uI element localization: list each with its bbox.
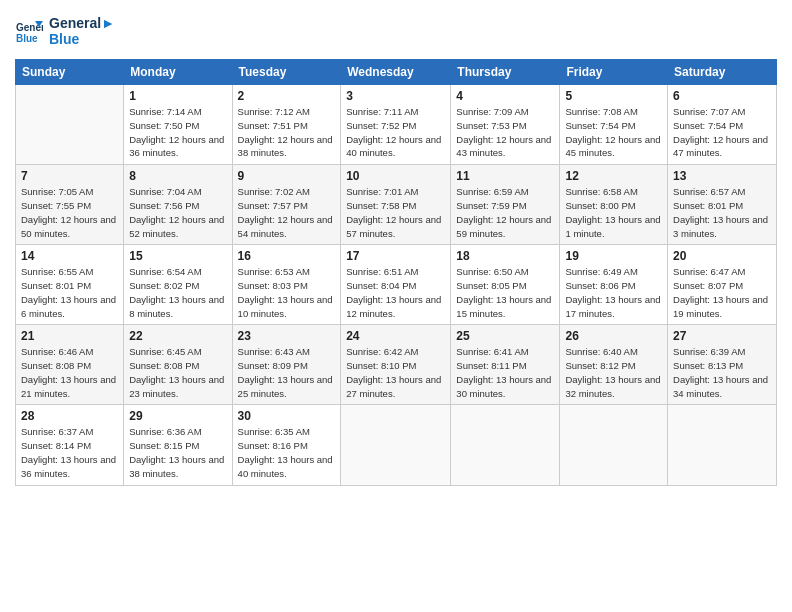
day-number: 22 — [129, 329, 226, 343]
table-row: 29 Sunrise: 6:36 AM Sunset: 8:15 PM Dayl… — [124, 405, 232, 485]
day-info: Sunrise: 7:01 AM Sunset: 7:58 PM Dayligh… — [346, 185, 445, 240]
col-friday: Friday — [560, 60, 668, 85]
table-row: 13 Sunrise: 6:57 AM Sunset: 8:01 PM Dayl… — [668, 165, 777, 245]
day-info: Sunrise: 7:09 AM Sunset: 7:53 PM Dayligh… — [456, 105, 554, 160]
day-info: Sunrise: 6:58 AM Sunset: 8:00 PM Dayligh… — [565, 185, 662, 240]
day-info: Sunrise: 6:54 AM Sunset: 8:02 PM Dayligh… — [129, 265, 226, 320]
day-info: Sunrise: 7:02 AM Sunset: 7:57 PM Dayligh… — [238, 185, 336, 240]
day-info: Sunrise: 6:39 AM Sunset: 8:13 PM Dayligh… — [673, 345, 771, 400]
table-row: 2 Sunrise: 7:12 AM Sunset: 7:51 PM Dayli… — [232, 85, 341, 165]
day-info: Sunrise: 6:51 AM Sunset: 8:04 PM Dayligh… — [346, 265, 445, 320]
table-row: 22 Sunrise: 6:45 AM Sunset: 8:08 PM Dayl… — [124, 325, 232, 405]
table-row: 12 Sunrise: 6:58 AM Sunset: 8:00 PM Dayl… — [560, 165, 668, 245]
day-info: Sunrise: 7:11 AM Sunset: 7:52 PM Dayligh… — [346, 105, 445, 160]
day-number: 20 — [673, 249, 771, 263]
table-row — [16, 85, 124, 165]
day-number: 1 — [129, 89, 226, 103]
day-number: 12 — [565, 169, 662, 183]
calendar: Sunday Monday Tuesday Wednesday Thursday… — [15, 59, 777, 485]
table-row: 4 Sunrise: 7:09 AM Sunset: 7:53 PM Dayli… — [451, 85, 560, 165]
day-info: Sunrise: 7:05 AM Sunset: 7:55 PM Dayligh… — [21, 185, 118, 240]
logo-line1: General► — [49, 15, 115, 31]
day-number: 25 — [456, 329, 554, 343]
day-number: 24 — [346, 329, 445, 343]
col-saturday: Saturday — [668, 60, 777, 85]
day-info: Sunrise: 6:59 AM Sunset: 7:59 PM Dayligh… — [456, 185, 554, 240]
logo-icon: General Blue — [15, 17, 43, 45]
calendar-week-row: 14 Sunrise: 6:55 AM Sunset: 8:01 PM Dayl… — [16, 245, 777, 325]
day-info: Sunrise: 7:12 AM Sunset: 7:51 PM Dayligh… — [238, 105, 336, 160]
day-number: 17 — [346, 249, 445, 263]
table-row: 5 Sunrise: 7:08 AM Sunset: 7:54 PM Dayli… — [560, 85, 668, 165]
table-row: 16 Sunrise: 6:53 AM Sunset: 8:03 PM Dayl… — [232, 245, 341, 325]
day-info: Sunrise: 7:04 AM Sunset: 7:56 PM Dayligh… — [129, 185, 226, 240]
day-number: 28 — [21, 409, 118, 423]
table-row: 11 Sunrise: 6:59 AM Sunset: 7:59 PM Dayl… — [451, 165, 560, 245]
day-number: 27 — [673, 329, 771, 343]
header: General Blue General► Blue — [15, 15, 777, 47]
table-row: 14 Sunrise: 6:55 AM Sunset: 8:01 PM Dayl… — [16, 245, 124, 325]
day-info: Sunrise: 6:37 AM Sunset: 8:14 PM Dayligh… — [21, 425, 118, 480]
day-info: Sunrise: 7:07 AM Sunset: 7:54 PM Dayligh… — [673, 105, 771, 160]
day-number: 8 — [129, 169, 226, 183]
col-wednesday: Wednesday — [341, 60, 451, 85]
table-row: 18 Sunrise: 6:50 AM Sunset: 8:05 PM Dayl… — [451, 245, 560, 325]
page: General Blue General► Blue Sunday Monday… — [0, 0, 792, 612]
table-row: 9 Sunrise: 7:02 AM Sunset: 7:57 PM Dayli… — [232, 165, 341, 245]
day-info: Sunrise: 6:46 AM Sunset: 8:08 PM Dayligh… — [21, 345, 118, 400]
day-number: 16 — [238, 249, 336, 263]
table-row: 23 Sunrise: 6:43 AM Sunset: 8:09 PM Dayl… — [232, 325, 341, 405]
logo-line2: Blue — [49, 31, 115, 47]
table-row: 26 Sunrise: 6:40 AM Sunset: 8:12 PM Dayl… — [560, 325, 668, 405]
table-row: 21 Sunrise: 6:46 AM Sunset: 8:08 PM Dayl… — [16, 325, 124, 405]
day-number: 10 — [346, 169, 445, 183]
day-number: 15 — [129, 249, 226, 263]
day-info: Sunrise: 6:41 AM Sunset: 8:11 PM Dayligh… — [456, 345, 554, 400]
day-number: 2 — [238, 89, 336, 103]
table-row: 24 Sunrise: 6:42 AM Sunset: 8:10 PM Dayl… — [341, 325, 451, 405]
day-info: Sunrise: 6:47 AM Sunset: 8:07 PM Dayligh… — [673, 265, 771, 320]
day-number: 29 — [129, 409, 226, 423]
table-row: 20 Sunrise: 6:47 AM Sunset: 8:07 PM Dayl… — [668, 245, 777, 325]
day-info: Sunrise: 6:45 AM Sunset: 8:08 PM Dayligh… — [129, 345, 226, 400]
day-info: Sunrise: 6:49 AM Sunset: 8:06 PM Dayligh… — [565, 265, 662, 320]
day-info: Sunrise: 6:57 AM Sunset: 8:01 PM Dayligh… — [673, 185, 771, 240]
day-info: Sunrise: 6:43 AM Sunset: 8:09 PM Dayligh… — [238, 345, 336, 400]
table-row — [341, 405, 451, 485]
day-number: 26 — [565, 329, 662, 343]
col-tuesday: Tuesday — [232, 60, 341, 85]
day-info: Sunrise: 7:14 AM Sunset: 7:50 PM Dayligh… — [129, 105, 226, 160]
logo: General Blue General► Blue — [15, 15, 115, 47]
day-number: 6 — [673, 89, 771, 103]
table-row: 25 Sunrise: 6:41 AM Sunset: 8:11 PM Dayl… — [451, 325, 560, 405]
day-number: 30 — [238, 409, 336, 423]
table-row: 17 Sunrise: 6:51 AM Sunset: 8:04 PM Dayl… — [341, 245, 451, 325]
table-row: 19 Sunrise: 6:49 AM Sunset: 8:06 PM Dayl… — [560, 245, 668, 325]
day-info: Sunrise: 6:40 AM Sunset: 8:12 PM Dayligh… — [565, 345, 662, 400]
day-number: 7 — [21, 169, 118, 183]
svg-text:Blue: Blue — [16, 33, 38, 44]
table-row: 28 Sunrise: 6:37 AM Sunset: 8:14 PM Dayl… — [16, 405, 124, 485]
day-info: Sunrise: 6:50 AM Sunset: 8:05 PM Dayligh… — [456, 265, 554, 320]
col-sunday: Sunday — [16, 60, 124, 85]
calendar-week-row: 1 Sunrise: 7:14 AM Sunset: 7:50 PM Dayli… — [16, 85, 777, 165]
day-number: 11 — [456, 169, 554, 183]
day-number: 9 — [238, 169, 336, 183]
col-thursday: Thursday — [451, 60, 560, 85]
col-monday: Monday — [124, 60, 232, 85]
table-row: 15 Sunrise: 6:54 AM Sunset: 8:02 PM Dayl… — [124, 245, 232, 325]
table-row: 6 Sunrise: 7:07 AM Sunset: 7:54 PM Dayli… — [668, 85, 777, 165]
day-number: 18 — [456, 249, 554, 263]
table-row: 27 Sunrise: 6:39 AM Sunset: 8:13 PM Dayl… — [668, 325, 777, 405]
day-info: Sunrise: 6:36 AM Sunset: 8:15 PM Dayligh… — [129, 425, 226, 480]
day-info: Sunrise: 6:53 AM Sunset: 8:03 PM Dayligh… — [238, 265, 336, 320]
day-info: Sunrise: 6:55 AM Sunset: 8:01 PM Dayligh… — [21, 265, 118, 320]
day-number: 5 — [565, 89, 662, 103]
day-number: 19 — [565, 249, 662, 263]
table-row — [451, 405, 560, 485]
table-row: 8 Sunrise: 7:04 AM Sunset: 7:56 PM Dayli… — [124, 165, 232, 245]
table-row: 10 Sunrise: 7:01 AM Sunset: 7:58 PM Dayl… — [341, 165, 451, 245]
table-row: 3 Sunrise: 7:11 AM Sunset: 7:52 PM Dayli… — [341, 85, 451, 165]
day-number: 14 — [21, 249, 118, 263]
calendar-week-row: 7 Sunrise: 7:05 AM Sunset: 7:55 PM Dayli… — [16, 165, 777, 245]
